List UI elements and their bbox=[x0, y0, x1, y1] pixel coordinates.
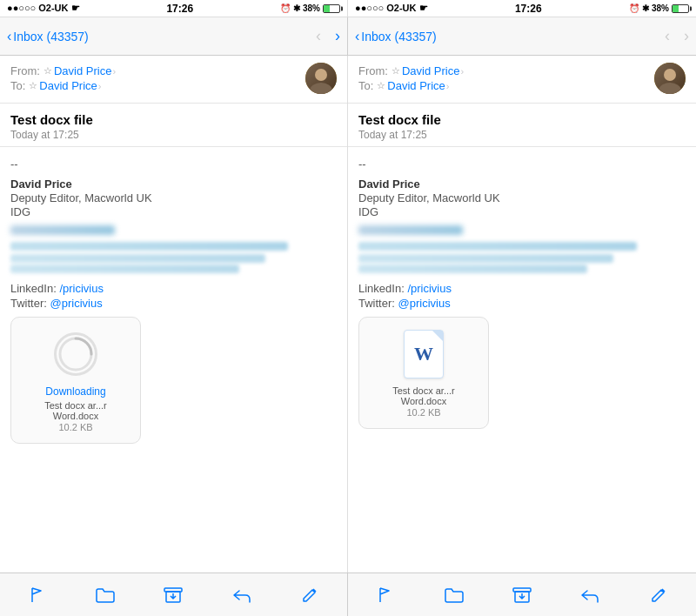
attachment-name-left: Test docx ar...r Word.docx bbox=[22, 400, 130, 421]
sig-title-left: Deputy Editor, Macworld UK bbox=[10, 191, 337, 204]
email-body-left: -- David Price Deputy Editor, Macworld U… bbox=[0, 147, 347, 572]
linkedin-label-left: LinkedIn: bbox=[10, 282, 57, 295]
alarm-icon: ⏰ bbox=[280, 3, 291, 13]
attachment-size-right: 10.2 KB bbox=[370, 407, 478, 418]
to-row-right: To: ☆ David Price › bbox=[358, 79, 686, 92]
blurred-line1-right bbox=[358, 242, 637, 251]
recipient-left[interactable]: David Price bbox=[39, 79, 97, 92]
carrier-left: ●●○○○ O2-UK ☛ bbox=[7, 3, 80, 14]
twitter-label-left: Twitter: bbox=[10, 297, 47, 310]
from-label-right: From: bbox=[358, 64, 388, 77]
flag-button-left[interactable] bbox=[23, 581, 51, 609]
blurred-email-addr-right bbox=[358, 225, 463, 235]
sig-name-right: David Price bbox=[358, 177, 686, 191]
folder-button-right[interactable] bbox=[440, 581, 468, 609]
email-header-left: From: ☆ David Price › To: ☆ David Price … bbox=[0, 56, 347, 104]
recipient-right[interactable]: David Price bbox=[387, 79, 445, 92]
nav-arrows-right: ‹ › bbox=[665, 27, 689, 45]
status-bar-right: ●●○○○ O2-UK ☛ 17:26 ⏰ ✱ 38% bbox=[348, 0, 696, 17]
blurred-email-left bbox=[10, 225, 337, 273]
word-letter: W bbox=[414, 343, 433, 365]
linkedin-row-left: LinkedIn: /pricivius bbox=[10, 282, 337, 295]
to-label-left: To: bbox=[10, 79, 25, 92]
prev-arrow-right[interactable]: ‹ bbox=[665, 27, 670, 45]
compose-button-right[interactable] bbox=[645, 581, 673, 609]
avatar-image-right bbox=[654, 63, 686, 94]
reply-button-left[interactable] bbox=[228, 581, 256, 609]
avatar-image-left bbox=[305, 63, 337, 94]
attachment-icon-left bbox=[50, 328, 102, 380]
star-icon-left[interactable]: ☆ bbox=[44, 65, 52, 77]
separator-right: -- bbox=[358, 157, 686, 171]
to-star-icon-right: ☆ bbox=[377, 80, 385, 91]
separator-left: -- bbox=[10, 157, 337, 171]
nav-left: ‹ Inbox (43357) ‹ › bbox=[0, 17, 348, 56]
toolbar-left bbox=[0, 573, 348, 616]
back-label-right: Inbox (43357) bbox=[361, 30, 436, 44]
compose-button-left[interactable] bbox=[296, 581, 324, 609]
back-button-right[interactable]: ‹ Inbox (43357) bbox=[355, 29, 437, 44]
blurred-line2-left bbox=[10, 254, 265, 263]
sig-company-left: IDG bbox=[10, 205, 337, 218]
linkedin-link-right[interactable]: /pricivius bbox=[407, 282, 452, 295]
nav-bar: ‹ Inbox (43357) ‹ › ‹ Inbox (43357) ‹ › bbox=[0, 17, 696, 56]
reply-button-right[interactable] bbox=[576, 581, 604, 609]
subject-area-right: Test docx file Today at 17:25 bbox=[348, 104, 696, 147]
next-arrow-right[interactable]: › bbox=[684, 27, 689, 45]
from-row-left: From: ☆ David Price › bbox=[10, 64, 337, 77]
archive-button-left[interactable] bbox=[159, 581, 187, 609]
back-chevron-right: ‹ bbox=[355, 29, 359, 44]
downloading-label: Downloading bbox=[22, 385, 130, 398]
to-star-icon-left: ☆ bbox=[29, 80, 37, 91]
from-row-right: From: ☆ David Price › bbox=[358, 64, 686, 77]
archive-button-right[interactable] bbox=[508, 581, 536, 609]
blurred-line2-right bbox=[358, 254, 613, 263]
status-bar: ●●○○○ O2-UK ☛ 17:26 ⏰ ✱ 38% ●●○○○ O2-UK … bbox=[0, 0, 696, 17]
email-pane-left: From: ☆ David Price › To: ☆ David Price … bbox=[0, 56, 348, 572]
avatar-right bbox=[654, 63, 686, 94]
carrier-right: ●●○○○ O2-UK ☛ bbox=[355, 3, 428, 14]
blurred-email-addr-left bbox=[10, 225, 115, 235]
linkedin-link-left[interactable]: /pricivius bbox=[59, 282, 104, 295]
email-pane-right: From: ☆ David Price › To: ☆ David Price … bbox=[348, 56, 696, 572]
sig-company-right: IDG bbox=[358, 205, 686, 218]
blurred-line3-left bbox=[10, 264, 239, 273]
back-label-left: Inbox (43357) bbox=[13, 30, 88, 44]
svg-point-0 bbox=[315, 69, 327, 81]
attachment-size-left: 10.2 KB bbox=[22, 422, 130, 432]
battery-right bbox=[672, 4, 689, 13]
battery-left bbox=[323, 4, 340, 13]
twitter-link-right[interactable]: @pricivius bbox=[398, 297, 451, 310]
bluetooth-icon-r: ✱ bbox=[642, 3, 649, 13]
attachment-icon-right: W bbox=[398, 328, 450, 380]
bottom-toolbar bbox=[0, 572, 696, 616]
twitter-row-right: Twitter: @pricivius bbox=[358, 297, 686, 310]
nav-arrows-left: ‹ › bbox=[316, 27, 340, 45]
subject-title-left: Test docx file bbox=[10, 112, 337, 127]
blurred-email-right bbox=[358, 225, 686, 273]
star-icon-right[interactable]: ☆ bbox=[392, 65, 400, 77]
folder-button-left[interactable] bbox=[91, 581, 119, 609]
subject-time-left: Today at 17:25 bbox=[10, 129, 337, 141]
word-doc-icon: W bbox=[404, 330, 444, 378]
blurred-line1-left bbox=[10, 242, 288, 251]
to-row-left: To: ☆ David Price › bbox=[10, 79, 337, 92]
time-right: 17:26 bbox=[515, 3, 542, 15]
flag-button-right[interactable] bbox=[371, 581, 399, 609]
svg-point-1 bbox=[310, 83, 332, 94]
to-label-right: To: bbox=[358, 79, 373, 92]
subject-area-left: Test docx file Today at 17:25 bbox=[0, 104, 347, 147]
subject-title-right: Test docx file bbox=[358, 112, 686, 127]
attachment-box-left[interactable]: Downloading Test docx ar...r Word.docx 1… bbox=[10, 317, 141, 444]
battery-pct-right: 38% bbox=[652, 3, 669, 13]
next-arrow-left[interactable]: › bbox=[335, 27, 340, 45]
back-button-left[interactable]: ‹ Inbox (43357) bbox=[7, 29, 89, 44]
sender-left[interactable]: David Price bbox=[54, 64, 111, 77]
email-header-right: From: ☆ David Price › To: ☆ David Price … bbox=[348, 56, 696, 104]
twitter-link-left[interactable]: @pricivius bbox=[50, 297, 103, 310]
sender-right[interactable]: David Price bbox=[402, 64, 459, 77]
content-area: From: ☆ David Price › To: ☆ David Price … bbox=[0, 56, 696, 572]
prev-arrow-left[interactable]: ‹ bbox=[316, 27, 321, 45]
battery-pct-left: 38% bbox=[303, 3, 320, 13]
attachment-box-right[interactable]: W Test docx ar...r Word.docx 10.2 KB bbox=[358, 317, 489, 429]
